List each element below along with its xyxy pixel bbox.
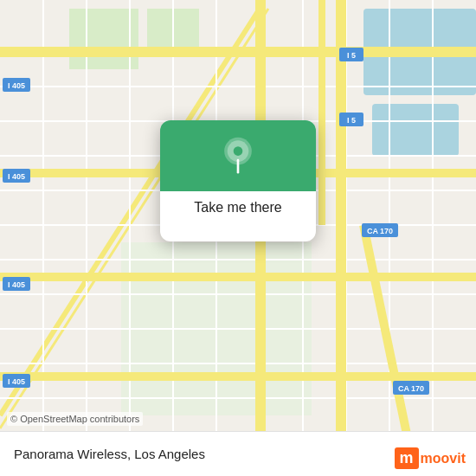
- svg-rect-2: [372, 104, 459, 156]
- svg-rect-35: [318, 0, 325, 225]
- svg-text:I 5: I 5: [347, 116, 356, 125]
- svg-text:I 5: I 5: [347, 51, 356, 60]
- svg-rect-29: [0, 47, 476, 57]
- svg-text:I 405: I 405: [8, 280, 25, 289]
- take-me-there-button[interactable]: Take me there: [160, 191, 316, 228]
- svg-rect-31: [0, 273, 476, 281]
- moovit-logo: m moovit: [395, 447, 466, 469]
- svg-text:I 405: I 405: [8, 377, 25, 386]
- location-pin-icon: [219, 136, 257, 174]
- svg-rect-3: [69, 9, 138, 69]
- svg-text:CA 170: CA 170: [367, 227, 393, 235]
- svg-rect-32: [0, 372, 476, 381]
- svg-text:I 405: I 405: [8, 172, 25, 181]
- map-attribution: © OpenStreetMap contributors: [7, 412, 143, 426]
- popup-header: [160, 120, 316, 191]
- svg-text:I 405: I 405: [8, 81, 25, 90]
- moovit-letter: m: [395, 447, 419, 469]
- svg-text:CA 170: CA 170: [398, 384, 424, 393]
- location-popup: Take me there: [160, 120, 316, 241]
- svg-point-56: [234, 146, 243, 156]
- location-label: Panorama Wireless, Los Angeles: [14, 447, 205, 461]
- popup-arrow: [226, 228, 250, 241]
- bottom-bar: Panorama Wireless, Los Angeles m moovit: [0, 431, 476, 476]
- svg-rect-34: [336, 0, 346, 476]
- map-container: I 405 I 405 I 405 I 405 I 5 I 5 CA 170 C…: [0, 0, 476, 476]
- moovit-wordmark: moovit: [421, 451, 466, 466]
